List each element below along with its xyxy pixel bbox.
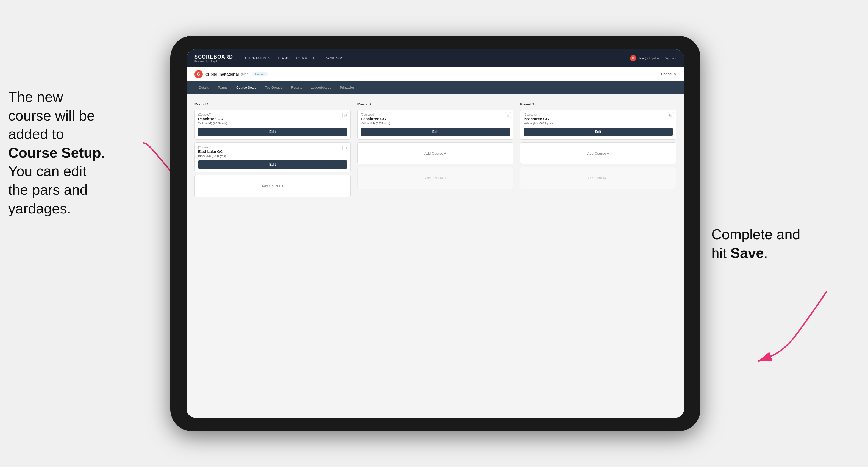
divider: | — [662, 57, 662, 60]
round-3-column: Round 3 ⊟ (Course A) Peachtree GC Yellow… — [520, 102, 676, 200]
tab-results[interactable]: Results — [286, 81, 306, 94]
main-content: Round 1 ⊟ (Course A) Peachtree GC Yellow… — [187, 94, 684, 417]
round3-course-a-edit[interactable]: Edit — [524, 128, 673, 136]
round1-course-a-card: ⊟ (Course A) Peachtree GC Yellow (M) (66… — [194, 110, 351, 139]
sign-out-link[interactable]: Sign out — [665, 57, 676, 60]
tab-course-setup[interactable]: Course Setup — [232, 81, 261, 94]
tournament-logo: C — [194, 70, 203, 78]
arrow-right — [750, 283, 838, 365]
tournament-name: Clippd Invitational — [206, 72, 239, 76]
round1-course-a-edit[interactable]: Edit — [198, 128, 347, 136]
annotation-save: Save — [731, 245, 764, 261]
round-3-title: Round 3 — [520, 102, 676, 106]
round3-add-course-disabled: Add Course + — [520, 167, 676, 189]
nav-rankings[interactable]: RANKINGS — [325, 55, 344, 61]
round2-course-a-label: (Course A) — [361, 113, 510, 116]
logo-main: SCOREBOARD — [194, 54, 233, 60]
nav-committee[interactable]: COMMITTEE — [297, 55, 318, 61]
sub-header: C Clippd Invitational (Men) Hosting Canc… — [187, 67, 684, 81]
round3-course-a-name: Peachtree GC — [524, 117, 673, 121]
rounds-grid: Round 1 ⊟ (Course A) Peachtree GC Yellow… — [194, 102, 676, 200]
round1-course-b-card: ⊟ (Course B) East Lake GC Black (M) (689… — [194, 142, 351, 172]
tab-teams[interactable]: Teams — [213, 81, 232, 94]
annotation-course-setup: Course Setup — [8, 145, 101, 161]
round2-add-course-text: Add Course + — [424, 151, 446, 155]
round1-course-b-label: (Course B) — [198, 146, 347, 149]
round-1-title: Round 1 — [194, 102, 351, 106]
round2-course-a-delete[interactable]: ⊟ — [505, 112, 511, 118]
tablet-device: SCOREBOARD Powered by clippd TOURNAMENTS… — [170, 36, 701, 431]
tab-tee-groups[interactable]: Tee Groups — [261, 81, 286, 94]
round2-add-course-disabled-text: Add Course + — [424, 176, 446, 180]
hosting-badge: Hosting — [253, 72, 268, 76]
top-nav-links: TOURNAMENTS TEAMS COMMITTEE RANKINGS — [243, 55, 630, 61]
nav-teams[interactable]: TEAMS — [277, 55, 289, 61]
round1-add-course[interactable]: Add Course + — [194, 175, 351, 197]
nav-tournaments[interactable]: TOURNAMENTS — [243, 55, 271, 61]
round2-course-a-edit[interactable]: Edit — [361, 128, 510, 136]
round3-course-a-details: Yellow (M) (6629 yds) — [524, 122, 673, 125]
logo-sub: Powered by clippd — [194, 60, 233, 63]
tab-details[interactable]: Details — [194, 81, 213, 94]
round1-course-b-edit[interactable]: Edit — [198, 160, 347, 169]
cancel-button[interactable]: Cancel ✕ — [661, 72, 676, 76]
top-nav: SCOREBOARD Powered by clippd TOURNAMENTS… — [187, 50, 684, 67]
round-1-column: Round 1 ⊟ (Course A) Peachtree GC Yellow… — [194, 102, 351, 200]
user-email: blair@clippd.io — [639, 57, 659, 60]
round3-add-course-text: Add Course + — [587, 151, 609, 155]
round2-course-a-card: ⊟ (Course A) Peachtree GC Yellow (M) (66… — [358, 110, 514, 139]
user-avatar: B — [630, 55, 636, 61]
tab-leaderboards[interactable]: Leaderboards — [306, 81, 335, 94]
round2-add-course-disabled: Add Course + — [358, 167, 514, 189]
round1-course-a-delete[interactable]: ⊟ — [342, 112, 348, 118]
top-nav-right: B blair@clippd.io | Sign out — [630, 55, 676, 61]
round2-course-a-name: Peachtree GC — [361, 117, 510, 121]
round3-add-course-disabled-text: Add Course + — [587, 176, 609, 180]
tabs-bar: Details Teams Course Setup Tee Groups Re… — [187, 81, 684, 94]
tablet-screen: SCOREBOARD Powered by clippd TOURNAMENTS… — [187, 50, 684, 417]
round2-add-course[interactable]: Add Course + — [358, 142, 514, 164]
tab-printables[interactable]: Printables — [336, 81, 359, 94]
round1-course-b-details: Black (M) (6891 yds) — [198, 154, 347, 158]
round3-add-course[interactable]: Add Course + — [520, 142, 676, 164]
round2-course-a-details: Yellow (M) (6629 yds) — [361, 122, 510, 125]
round-2-column: Round 2 ⊟ (Course A) Peachtree GC Yellow… — [358, 102, 514, 200]
round3-course-a-delete[interactable]: ⊟ — [668, 112, 674, 118]
round-2-title: Round 2 — [358, 102, 514, 106]
round3-course-a-label: (Course A) — [524, 113, 673, 116]
round3-course-a-card: ⊟ (Course A) Peachtree GC Yellow (M) (66… — [520, 110, 676, 139]
round1-course-b-name: East Lake GC — [198, 150, 347, 154]
scoreboard-logo: SCOREBOARD Powered by clippd — [194, 54, 233, 63]
tournament-gender: (Men) — [241, 72, 249, 76]
round1-course-a-label: (Course A) — [198, 113, 347, 116]
round1-course-a-details: Yellow (M) (6629 yds) — [198, 122, 347, 125]
annotation-right: Complete and hit Save. — [711, 225, 843, 262]
round1-add-course-text: Add Course + — [261, 184, 283, 188]
sub-header-right: Cancel ✕ — [661, 72, 676, 76]
round1-course-b-delete[interactable]: ⊟ — [342, 145, 348, 151]
round1-course-a-name: Peachtree GC — [198, 117, 347, 121]
